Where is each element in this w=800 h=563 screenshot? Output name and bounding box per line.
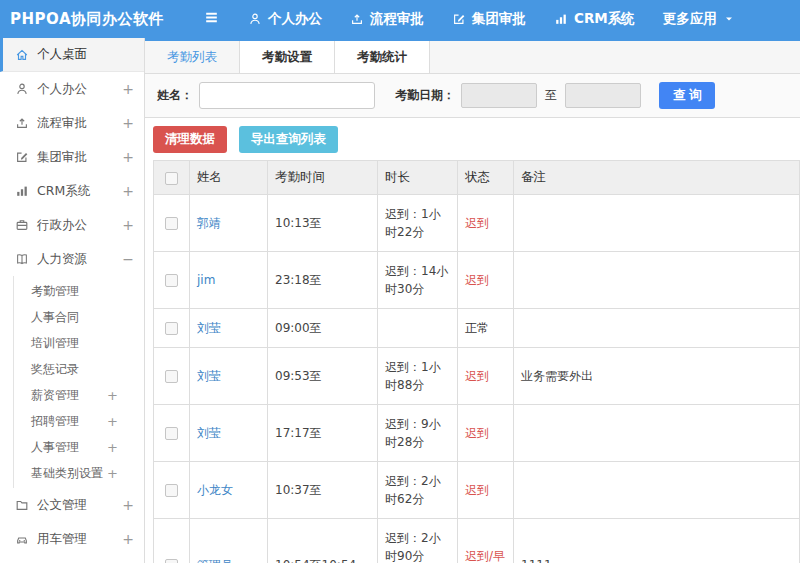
export-list-button[interactable]: 导出查询列表 bbox=[239, 126, 338, 153]
duration-cell: 迟到：1小时22分 bbox=[378, 195, 458, 252]
employee-name-link[interactable]: 小龙女 bbox=[197, 483, 233, 497]
duration-line: 迟到：1小时88分 bbox=[385, 358, 450, 394]
employee-name-link[interactable]: 刘莹 bbox=[197, 369, 221, 383]
expand-toggle-icon[interactable]: + bbox=[107, 441, 118, 454]
name-input[interactable] bbox=[199, 82, 375, 109]
sidebar-subitem-training-management[interactable]: 培训管理 bbox=[14, 330, 144, 356]
expand-toggle-icon[interactable]: + bbox=[122, 498, 134, 512]
employee-name-link[interactable]: 刘莹 bbox=[197, 321, 221, 335]
sidebar-subitem-attendance-management[interactable]: 考勤管理 bbox=[14, 278, 144, 304]
row-checkbox-cell bbox=[154, 309, 190, 348]
search-button[interactable]: 查 询 bbox=[659, 82, 715, 109]
sidebar-subitem-hr-contract[interactable]: 人事合同 bbox=[14, 304, 144, 330]
action-bar: 清理数据 导出查询列表 bbox=[145, 118, 800, 160]
note-cell: 业务需要外出 bbox=[514, 348, 800, 405]
clear-data-button[interactable]: 清理数据 bbox=[153, 126, 227, 153]
row-checkbox-cell bbox=[154, 348, 190, 405]
date-start-input[interactable] bbox=[461, 83, 537, 108]
caret-down-icon bbox=[723, 13, 735, 25]
topnav-item-more-apps[interactable]: 更多应用 bbox=[649, 0, 749, 38]
sidebar-item-personal-office[interactable]: 个人办公+ bbox=[0, 72, 144, 106]
employee-name-link[interactable]: 管理员 bbox=[197, 558, 233, 563]
sidebar-subitem-label: 薪资管理 bbox=[31, 387, 79, 404]
sidebar-item-vehicle-management[interactable]: 用车管理+ bbox=[0, 522, 144, 556]
flow-icon bbox=[350, 12, 364, 26]
duration-line: 迟到：1小时22分 bbox=[385, 205, 450, 241]
hamburger-icon bbox=[203, 9, 220, 29]
time-cell: 10:54至10:54 bbox=[268, 519, 378, 563]
time-cell: 10:13至 bbox=[268, 195, 378, 252]
sidebar-item-group-approval[interactable]: 集团审批+ bbox=[0, 140, 144, 174]
sidebar-subitem-recruitment-management[interactable]: 招聘管理+ bbox=[14, 408, 144, 434]
sidebar-subitem-reward-punishment[interactable]: 奖惩记录 bbox=[14, 356, 144, 382]
row-checkbox[interactable] bbox=[165, 484, 178, 497]
date-label: 考勤日期： bbox=[395, 87, 455, 104]
column-header-2: 时长 bbox=[378, 161, 458, 195]
expand-toggle-icon[interactable]: + bbox=[122, 116, 134, 130]
duration-line: 迟到：2小时62分 bbox=[385, 472, 450, 508]
expand-toggle-icon[interactable]: − bbox=[122, 252, 134, 266]
expand-toggle-icon[interactable]: + bbox=[107, 467, 118, 480]
select-all-checkbox[interactable] bbox=[165, 172, 178, 185]
sidebar-subitem-label: 招聘管理 bbox=[31, 413, 79, 430]
sidebar-item-workflow-approval[interactable]: 流程审批+ bbox=[0, 106, 144, 140]
sidebar-item-personal-desktop[interactable]: 个人桌面 bbox=[0, 38, 144, 72]
column-header-1: 考勤时间 bbox=[268, 161, 378, 195]
sidebar-item-admin-office[interactable]: 行政办公+ bbox=[0, 208, 144, 242]
edit-icon bbox=[15, 150, 29, 164]
row-checkbox[interactable] bbox=[165, 370, 178, 383]
status-badge: 正常 bbox=[465, 321, 489, 335]
name-cell: 刘莹 bbox=[190, 309, 268, 348]
tab-attendance-stats[interactable]: 考勤统计 bbox=[335, 41, 430, 73]
expand-toggle-icon[interactable]: + bbox=[107, 389, 118, 402]
expand-toggle-icon[interactable]: + bbox=[107, 415, 118, 428]
employee-name-link[interactable]: 郭靖 bbox=[197, 216, 221, 230]
expand-toggle-icon[interactable]: + bbox=[122, 150, 134, 164]
sidebar-item-crm-system[interactable]: CRM系统+ bbox=[0, 174, 144, 208]
tab-attendance-list[interactable]: 考勤列表 bbox=[145, 41, 240, 73]
menu-toggle-button[interactable] bbox=[203, 9, 220, 29]
row-checkbox[interactable] bbox=[165, 559, 178, 563]
to-label: 至 bbox=[545, 87, 557, 104]
chart-icon bbox=[15, 184, 29, 198]
row-checkbox[interactable] bbox=[165, 322, 178, 335]
tab-attendance-settings[interactable]: 考勤设置 bbox=[240, 41, 335, 73]
topnav-item-personal-office[interactable]: 个人办公 bbox=[234, 0, 336, 38]
sidebar-item-label: 用车管理 bbox=[37, 531, 87, 548]
status-cell: 迟到/早退 bbox=[458, 519, 514, 563]
topnav-label: CRM系统 bbox=[574, 10, 635, 28]
sidebar: 个人桌面个人办公+流程审批+集团审批+CRM系统+行政办公+人力资源−考勤管理人… bbox=[0, 38, 145, 563]
sidebar-item-label: CRM系统 bbox=[37, 183, 90, 200]
expand-toggle-icon[interactable]: + bbox=[122, 532, 134, 546]
status-cell: 迟到 bbox=[458, 195, 514, 252]
sidebar-subitem-salary-management[interactable]: 薪资管理+ bbox=[14, 382, 144, 408]
row-checkbox[interactable] bbox=[165, 427, 178, 440]
employee-name-link[interactable]: jim bbox=[197, 273, 215, 287]
name-cell: 刘莹 bbox=[190, 405, 268, 462]
sidebar-item-document-management[interactable]: 公文管理+ bbox=[0, 488, 144, 522]
chart-icon bbox=[554, 12, 568, 26]
topnav-item-group-approval[interactable]: 集团审批 bbox=[438, 0, 540, 38]
expand-toggle-icon[interactable]: + bbox=[122, 218, 134, 232]
sidebar-item-label: 行政办公 bbox=[37, 217, 87, 234]
table-header-row: 姓名考勤时间时长状态备注 bbox=[154, 161, 800, 195]
employee-name-link[interactable]: 刘莹 bbox=[197, 426, 221, 440]
topnav-item-crm-system[interactable]: CRM系统 bbox=[540, 0, 649, 38]
row-checkbox-cell bbox=[154, 519, 190, 563]
topnav-label: 流程审批 bbox=[370, 10, 424, 28]
note-cell bbox=[514, 462, 800, 519]
sidebar-subitem-base-category-settings[interactable]: 基础类别设置+ bbox=[14, 460, 144, 486]
expand-toggle-icon[interactable]: + bbox=[122, 184, 134, 198]
column-header-3: 状态 bbox=[458, 161, 514, 195]
name-cell: 刘莹 bbox=[190, 348, 268, 405]
date-end-input[interactable] bbox=[565, 83, 641, 108]
status-badge: 迟到 bbox=[465, 426, 489, 440]
row-checkbox[interactable] bbox=[165, 274, 178, 287]
row-checkbox[interactable] bbox=[165, 217, 178, 230]
sidebar-subitem-personnel-management[interactable]: 人事管理+ bbox=[14, 434, 144, 460]
duration-line: 迟到：9小时28分 bbox=[385, 415, 450, 451]
expand-toggle-icon[interactable]: + bbox=[122, 82, 134, 96]
topnav-item-workflow-approval[interactable]: 流程审批 bbox=[336, 0, 438, 38]
sidebar-item-human-resources[interactable]: 人力资源− bbox=[0, 242, 144, 276]
name-cell: 管理员 bbox=[190, 519, 268, 563]
